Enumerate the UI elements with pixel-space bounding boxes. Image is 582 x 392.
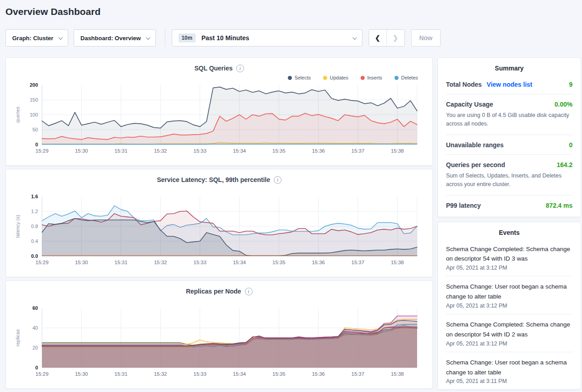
- summary-row-capacity: Capacity Usage 0.00% You are using 0 B o…: [446, 94, 573, 135]
- graph-dropdown[interactable]: Graph: Cluster: [5, 29, 68, 47]
- service-latency-chart-card: Service Latency: SQL, 99th percentile i …: [5, 169, 433, 277]
- legend-item[interactable]: Inserts: [361, 75, 382, 80]
- event-list-item: Schema Change Completed: Schema change o…: [446, 239, 573, 277]
- svg-text:latency (s): latency (s): [15, 215, 20, 238]
- previous-time-window-button[interactable]: ❮: [369, 30, 387, 46]
- svg-text:15:31: 15:31: [114, 371, 127, 377]
- svg-text:15:34: 15:34: [233, 371, 246, 377]
- capacity-usage-note: You are using 0 B of 4.5 GiB usable disk…: [446, 111, 573, 129]
- event-list-item: Schema Change: User root began a schema …: [446, 352, 573, 390]
- svg-text:15:38: 15:38: [391, 260, 404, 265]
- svg-text:15:34: 15:34: [233, 148, 246, 154]
- chevron-down-icon: [58, 35, 63, 40]
- svg-text:15:37: 15:37: [352, 148, 365, 154]
- replicas-per-node-chart: 020406015:2915:3015:3115:3215:3315:3415:…: [13, 305, 426, 383]
- dashboard-dropdown[interactable]: Dashboard: Overview: [74, 29, 156, 47]
- svg-text:replicas: replicas: [15, 329, 20, 346]
- chart-legend: SelectsUpdatesInsertsDeletes: [13, 73, 425, 82]
- charts-column: SQL Queries i SelectsUpdatesInsertsDelet…: [5, 57, 433, 389]
- unavailable-ranges-value: 0: [569, 141, 573, 149]
- event-text: Schema Change Completed: Schema change o…: [446, 320, 573, 340]
- svg-text:0: 0: [35, 365, 38, 370]
- info-icon[interactable]: i: [274, 176, 282, 184]
- main-content: SQL Queries i SelectsUpdatesInsertsDelet…: [5, 57, 581, 390]
- svg-text:15:32: 15:32: [154, 371, 167, 377]
- summary-row-p99-latency: P99 latency 872.4 ms: [446, 195, 573, 215]
- summary-row-unavailable-ranges: Unavailable ranges 0: [446, 135, 573, 154]
- svg-text:15:37: 15:37: [352, 371, 365, 377]
- info-icon[interactable]: i: [245, 288, 253, 295]
- svg-text:15:31: 15:31: [114, 260, 127, 265]
- svg-text:0: 0: [35, 142, 38, 147]
- svg-text:200: 200: [30, 82, 38, 88]
- service-latency-chart: 0.00.40.81.21.615:2915:3015:3115:3215:33…: [13, 194, 426, 271]
- now-button[interactable]: Now: [411, 29, 441, 47]
- event-text: Schema Change: User root began a schema …: [446, 358, 573, 378]
- dashboard-dropdown-label: Dashboard: Overview: [80, 35, 141, 42]
- svg-text:40: 40: [33, 325, 38, 331]
- p99-latency-label: P99 latency: [446, 202, 481, 209]
- info-icon[interactable]: i: [236, 65, 244, 72]
- controls-bar: Graph: Cluster Dashboard: Overview 10m P…: [5, 29, 581, 47]
- legend-dot-icon: [361, 76, 365, 80]
- chevron-down-icon: [352, 35, 357, 40]
- svg-text:15:31: 15:31: [114, 148, 127, 154]
- svg-text:15:35: 15:35: [272, 260, 286, 265]
- view-nodes-list-link[interactable]: View nodes list: [487, 81, 532, 88]
- chart-legend: [13, 185, 425, 194]
- svg-text:50: 50: [33, 127, 38, 132]
- legend-label: Inserts: [367, 75, 382, 80]
- page-title: Overview Dashboard: [5, 6, 581, 17]
- side-column: Summary Total Nodes View nodes list 9 Ca…: [437, 57, 581, 390]
- svg-text:15:38: 15:38: [391, 371, 404, 377]
- legend-item[interactable]: Deletes: [394, 75, 418, 80]
- svg-text:15:29: 15:29: [36, 260, 49, 265]
- chevron-left-icon: ❮: [375, 34, 380, 42]
- sql-queries-chart-card: SQL Queries i SelectsUpdatesInsertsDelet…: [5, 57, 433, 166]
- svg-text:60: 60: [33, 305, 38, 311]
- svg-text:15:33: 15:33: [193, 371, 207, 377]
- total-nodes-label: Total Nodes: [446, 81, 482, 88]
- summary-panel-title: Summary: [446, 65, 573, 72]
- svg-text:15:36: 15:36: [312, 371, 325, 377]
- time-range-label: Past 10 Minutes: [202, 34, 249, 42]
- svg-text:20: 20: [33, 345, 38, 350]
- summary-panel: Summary Total Nodes View nodes list 9 Ca…: [437, 57, 581, 217]
- svg-text:queries: queries: [15, 106, 20, 123]
- svg-text:100: 100: [30, 112, 38, 117]
- svg-text:1.2: 1.2: [31, 209, 38, 214]
- replicas-per-node-chart-card: Replicas per Node i 020406015:2915:3015:…: [5, 280, 433, 389]
- event-timestamp: Apr 05, 2021 at 3:11 PM: [446, 378, 573, 384]
- svg-text:15:32: 15:32: [154, 148, 167, 154]
- svg-text:15:35: 15:35: [272, 371, 286, 377]
- svg-text:15:37: 15:37: [352, 260, 365, 265]
- time-range-picker[interactable]: 10m Past 10 Minutes: [172, 29, 362, 47]
- svg-text:15:35: 15:35: [272, 148, 286, 154]
- summary-row-qps: Queries per second 164.2 Sum of Selects,…: [446, 154, 573, 195]
- svg-text:15:33: 15:33: [193, 260, 207, 265]
- chevron-right-icon: ❯: [393, 34, 398, 42]
- event-timestamp: Apr 05, 2021 at 3:12 PM: [446, 265, 573, 271]
- svg-text:0.4: 0.4: [31, 238, 38, 244]
- time-range-badge: 10m: [178, 33, 196, 42]
- events-panel: Events Schema Change Completed: Schema c…: [437, 222, 581, 390]
- svg-text:15:38: 15:38: [391, 148, 404, 154]
- svg-text:0.8: 0.8: [31, 224, 38, 229]
- svg-text:1.6: 1.6: [31, 194, 38, 199]
- queries-per-second-note: Sum of Selects, Updates, Inserts, and De…: [446, 172, 573, 189]
- svg-text:150: 150: [30, 97, 38, 103]
- next-time-window-button[interactable]: ❯: [387, 30, 404, 46]
- legend-item[interactable]: Selects: [288, 75, 311, 80]
- chart-title: Replicas per Node: [186, 288, 241, 295]
- svg-text:0.0: 0.0: [31, 253, 38, 259]
- capacity-usage-label: Capacity Usage: [446, 101, 493, 108]
- svg-text:15:30: 15:30: [75, 260, 88, 265]
- legend-item[interactable]: Updates: [323, 75, 348, 80]
- svg-text:15:29: 15:29: [36, 148, 49, 154]
- event-timestamp: Apr 05, 2021 at 3:12 PM: [446, 303, 573, 309]
- svg-text:15:33: 15:33: [193, 148, 207, 154]
- legend-label: Selects: [295, 75, 311, 80]
- svg-text:15:36: 15:36: [312, 148, 325, 154]
- queries-per-second-label: Queries per second: [446, 161, 505, 168]
- legend-label: Deletes: [401, 75, 418, 80]
